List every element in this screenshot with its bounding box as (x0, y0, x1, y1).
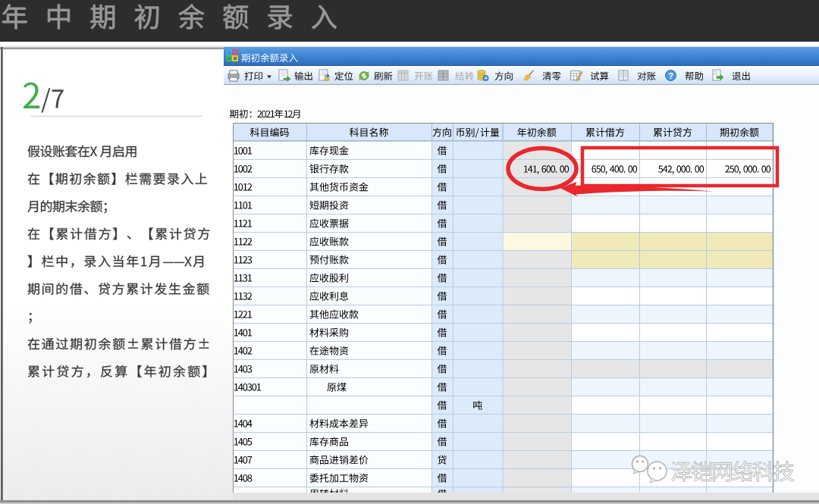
svg-text:?: ? (668, 71, 673, 80)
